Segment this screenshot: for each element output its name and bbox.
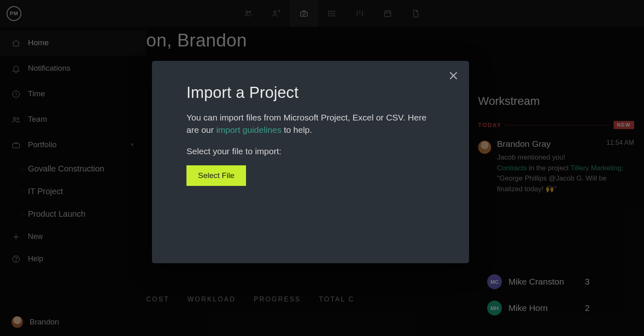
select-file-label: Select your file to import:	[186, 146, 435, 156]
import-guidelines-link[interactable]: import guidelines	[216, 125, 281, 134]
import-project-modal: Import a Project You can import files fr…	[152, 61, 469, 263]
app-root: PM Home Notifications Time Team	[0, 0, 644, 336]
select-file-button[interactable]: Select File	[186, 165, 246, 186]
modal-description: You can import files from Microsoft Proj…	[186, 111, 435, 137]
close-button[interactable]	[448, 70, 459, 83]
close-icon	[448, 76, 459, 83]
modal-title: Import a Project	[186, 84, 435, 102]
